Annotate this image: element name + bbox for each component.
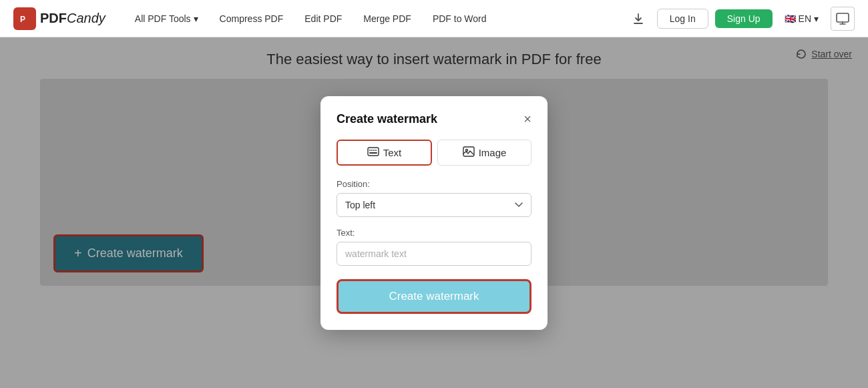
modal-header: Create watermark × (337, 112, 531, 126)
logo-text: PDFCandy (40, 11, 105, 26)
download-icon[interactable] (626, 7, 650, 31)
tab-image[interactable]: Image (437, 140, 531, 166)
modal-overlay: Create watermark × (0, 37, 868, 388)
keyboard-icon (367, 146, 379, 159)
svg-point-10 (465, 149, 467, 151)
modal-close-button[interactable]: × (523, 112, 531, 126)
tab-image-label: Image (479, 147, 507, 158)
svg-text:P: P (20, 15, 25, 24)
position-select[interactable]: Top left Top center Top right Center Bot… (337, 193, 531, 217)
tab-text[interactable]: Text (337, 140, 432, 166)
chevron-down-icon: ▾ (194, 13, 198, 24)
signup-button[interactable]: Sign Up (715, 9, 773, 28)
nav-compress-pdf[interactable]: Compress PDF (210, 9, 293, 28)
nav-items: All PDF Tools ▾ Compress PDF Edit PDF Me… (126, 9, 626, 28)
nav-all-pdf-tools[interactable]: All PDF Tools ▾ (126, 9, 208, 28)
chevron-down-icon: ▾ (814, 13, 819, 24)
logo-icon: P (13, 7, 36, 30)
watermark-text-input[interactable] (337, 242, 531, 266)
create-watermark-submit-button[interactable]: Create watermark (337, 279, 531, 314)
svg-rect-2 (837, 13, 849, 22)
image-icon (463, 146, 475, 159)
nav-edit-pdf[interactable]: Edit PDF (295, 9, 351, 28)
logo[interactable]: P PDFCandy (13, 7, 105, 30)
position-field-group: Position: Top left Top center Top right … (337, 179, 531, 217)
text-field-group: Text: (337, 228, 531, 266)
login-button[interactable]: Log In (657, 9, 708, 29)
language-selector[interactable]: 🇬🇧 EN ▾ (779, 11, 824, 27)
monitor-icon[interactable] (831, 7, 855, 31)
main-area: The easiest way to insert watermark in P… (0, 37, 868, 388)
nav-pdf-to-word[interactable]: PDF to Word (423, 9, 496, 28)
text-label: Text: (337, 228, 531, 238)
svg-rect-9 (463, 147, 474, 156)
navbar: P PDFCandy All PDF Tools ▾ Compress PDF … (0, 0, 868, 37)
tab-text-label: Text (383, 147, 402, 158)
nav-merge-pdf[interactable]: Merge PDF (354, 9, 421, 28)
svg-rect-3 (368, 148, 379, 156)
nav-actions: Log In Sign Up 🇬🇧 EN ▾ (626, 7, 855, 31)
modal-title: Create watermark (337, 112, 437, 126)
create-watermark-modal: Create watermark × (320, 96, 548, 330)
flag-icon: 🇬🇧 (785, 13, 796, 24)
position-label: Position: (337, 179, 531, 189)
tab-row: Text Image (337, 140, 531, 166)
